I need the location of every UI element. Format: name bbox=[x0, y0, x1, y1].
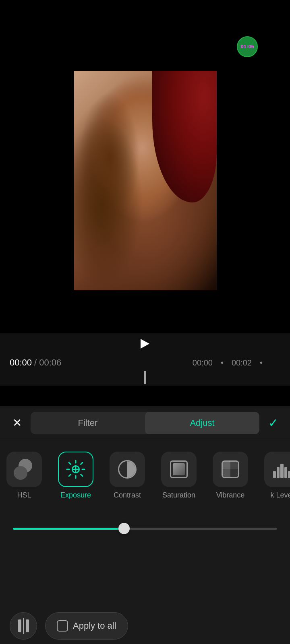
video-container: 01:05 bbox=[0, 27, 290, 333]
confirm-button[interactable]: ✓ bbox=[263, 413, 284, 433]
svg-line-5 bbox=[81, 474, 83, 476]
saturation-icon-wrap bbox=[161, 452, 197, 487]
video-image bbox=[74, 71, 217, 290]
time-sep: / bbox=[34, 357, 37, 368]
compare-button[interactable] bbox=[10, 612, 37, 640]
play-icon bbox=[141, 339, 149, 349]
contrast-icon-wrap bbox=[110, 452, 145, 487]
vib-q2 bbox=[230, 462, 238, 469]
vibrance-label: Vibrance bbox=[216, 491, 245, 500]
level-bar-3 bbox=[280, 464, 283, 478]
tool-hsl[interactable]: HSL bbox=[0, 452, 48, 500]
tabs-container: Filter Adjust bbox=[31, 412, 259, 434]
vib-q1 bbox=[223, 462, 230, 469]
saturation-label: Saturation bbox=[162, 491, 195, 500]
dot2: • bbox=[260, 358, 263, 367]
hsl-label: HSL bbox=[17, 491, 31, 500]
current-time: 00:00 bbox=[10, 357, 32, 368]
sun-rays bbox=[66, 460, 85, 479]
vib-q3 bbox=[223, 469, 230, 477]
slider-thumb[interactable] bbox=[118, 523, 130, 534]
tab-filter[interactable]: Filter bbox=[31, 412, 145, 434]
apply-to-all-label: Apply to all bbox=[73, 621, 116, 631]
time-row: 00:00 / 00:06 00:00 • 00:02 • bbox=[0, 357, 290, 368]
slider-area[interactable] bbox=[0, 516, 290, 541]
hsl-icon-wrap bbox=[6, 452, 42, 487]
exposure-sun-icon bbox=[66, 460, 85, 479]
tab-row: ✕ Filter Adjust ✓ bbox=[0, 407, 290, 439]
svg-line-7 bbox=[69, 474, 71, 476]
marker2: 00:02 bbox=[232, 358, 252, 367]
hsl-circle-2 bbox=[14, 466, 27, 480]
tool-contrast[interactable]: Contrast bbox=[103, 452, 151, 500]
top-bar bbox=[0, 0, 290, 27]
exposure-label: Exposure bbox=[60, 491, 91, 500]
play-button[interactable] bbox=[136, 335, 154, 353]
timer-text: 01:05 bbox=[240, 44, 254, 50]
vibrance-icon bbox=[222, 460, 239, 478]
hsl-icon bbox=[14, 459, 35, 480]
tools-row: HSL bbox=[0, 439, 290, 512]
black-level-icon bbox=[273, 460, 290, 478]
contrast-icon bbox=[118, 460, 137, 479]
level-bar-1 bbox=[273, 471, 276, 478]
close-button[interactable]: ✕ bbox=[6, 413, 27, 433]
dot1: • bbox=[221, 358, 224, 367]
vib-q4 bbox=[230, 469, 238, 477]
svg-line-6 bbox=[81, 462, 83, 464]
scrubber-line bbox=[145, 371, 146, 384]
compare-bar-left bbox=[18, 619, 21, 632]
scrubber-row[interactable] bbox=[0, 373, 290, 384]
level-bar-4 bbox=[284, 467, 287, 478]
hair-layer bbox=[74, 71, 217, 290]
sat-inner bbox=[173, 463, 185, 475]
timeline-markers: 00:00 • 00:02 • bbox=[61, 358, 280, 367]
saturation-icon bbox=[170, 460, 188, 478]
video-frame bbox=[74, 71, 217, 290]
playback-area: 00:00 / 00:06 00:00 • 00:02 • bbox=[0, 333, 290, 386]
vibrance-icon-wrap bbox=[213, 452, 248, 487]
tool-black-level[interactable]: k Level bbox=[258, 452, 290, 500]
contrast-half bbox=[127, 461, 135, 477]
bottom-actions: Apply to all bbox=[0, 608, 290, 644]
tool-exposure[interactable]: Exposure bbox=[52, 452, 100, 500]
level-bar-2 bbox=[277, 467, 280, 478]
apply-to-all-button[interactable]: Apply to all bbox=[45, 612, 128, 640]
tool-vibrance[interactable]: Vibrance bbox=[206, 452, 255, 500]
bottom-panel: ✕ Filter Adjust ✓ HSL bbox=[0, 407, 290, 644]
total-time: 00:06 bbox=[39, 357, 61, 368]
marker1: 00:00 bbox=[193, 358, 213, 367]
tool-saturation[interactable]: Saturation bbox=[155, 452, 203, 500]
slider-track[interactable] bbox=[13, 528, 277, 530]
black-level-icon-wrap bbox=[264, 452, 290, 487]
compare-bar-right bbox=[26, 619, 29, 632]
svg-line-4 bbox=[69, 462, 71, 464]
exposure-icon-wrap bbox=[58, 452, 93, 487]
tab-adjust[interactable]: Adjust bbox=[145, 412, 259, 434]
apply-checkbox-icon bbox=[57, 620, 68, 632]
timer-badge[interactable]: 01:05 bbox=[237, 36, 258, 57]
compare-divider bbox=[23, 618, 24, 634]
black-level-label: k Level bbox=[270, 491, 290, 500]
contrast-label: Contrast bbox=[114, 491, 141, 500]
compare-icon bbox=[18, 618, 29, 634]
level-bar-5 bbox=[288, 471, 290, 478]
